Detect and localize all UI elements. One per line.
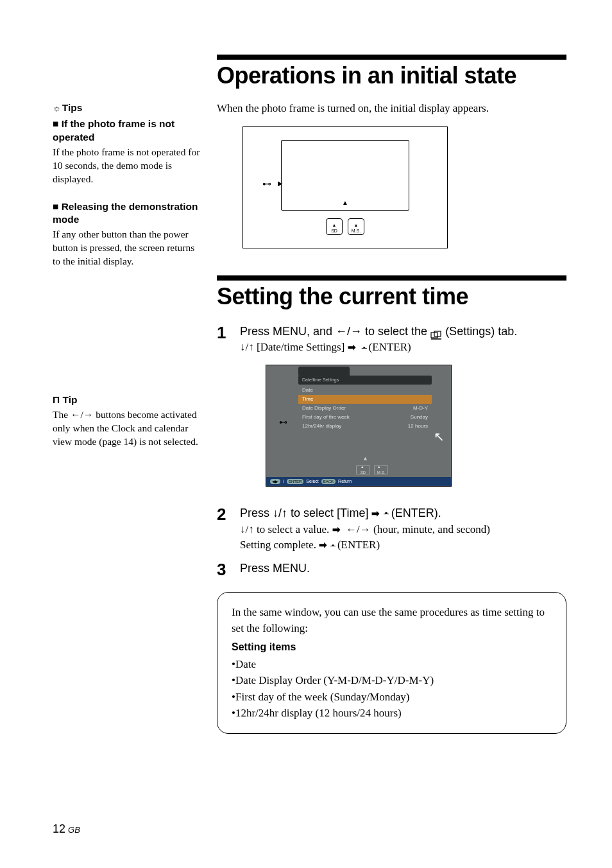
steps-list: 1 Press MENU, and ←/→ to select the (Set… [217,323,566,578]
down-up-arrow-icon: ↓/↑ [273,507,287,519]
t: [Date/time Settings] [254,341,348,353]
intro-text: When the photo frame is turned on, the i… [217,102,566,115]
sidebar-block2-title: Releasing the demonstration mode [53,201,198,225]
page-number-value: 12 [53,822,65,835]
tips-header: ☼Tips [53,101,200,115]
l: Date Display Order [302,404,346,412]
screenshot-row-12hr: 12hr/24hr display12 hours [298,422,432,431]
t: (ENTER) [335,539,380,551]
footer-select: Select [306,478,318,485]
photo-frame-illustration: ⊷ ▶ ▲ SD M.S. [242,126,448,248]
t: Press [240,507,273,519]
illustration-screen: ▲ [281,140,409,211]
info-box-intro: In the same window, you can use the same… [232,604,552,637]
screenshot-footer: ◀▶ / ENTER Select BACK Return [266,477,451,486]
l: Time [302,395,313,403]
step-1-sub: ↓/↑ [Date/time Settings] ➡ -•- (ENTER) [240,341,411,353]
enter-icon: -•- [383,508,387,518]
down-up-arrow-icon: ↓/↑ [240,523,254,535]
info-box-header: Setting items [232,639,552,655]
sidebar-block1-header: ■ If the photo frame is not operated [53,117,200,144]
lightbulb-icon: ☼ [53,103,61,113]
t: to select a value. [254,523,332,535]
sidebar: ☼Tips ■ If the photo frame is not operat… [53,101,200,449]
step-1: 1 Press MENU, and ←/→ to select the (Set… [217,323,566,498]
tip-label: Tip [62,394,77,405]
black-square-icon: ■ [53,201,62,212]
up-arrow-icon: ▲ [362,455,368,463]
sidebar-tip-section: П Tip The ←/→ buttons become activated o… [53,394,200,449]
t: (ENTER) [366,341,411,353]
sidebar-block2-header: ■ Releasing the demonstration mode [53,200,200,227]
step-2-line3: Setting complete. ➡ -•- (ENTER) [240,539,380,551]
step-number-3: 3 [217,560,240,578]
tips-label: Tips [62,102,83,113]
step-number-2: 2 [217,505,240,553]
cursor-icon: ↖ [434,428,445,446]
step-1-main: Press MENU, and ←/→ to select the (Setti… [240,325,517,338]
sidebar-block1-body: If the photo frame is not operated for 1… [53,146,200,186]
enter-icon: -•- [330,541,334,550]
heading-setting-time: Setting the current time [217,284,566,309]
ms-slot: ▲M.S. [374,465,388,474]
r: M-D-Y [413,404,428,412]
settings-icon [430,327,442,336]
t: to select [Time] [287,507,371,519]
info-item-2: •Date Display Order (Y-M-D/M-D-Y/D-M-Y) [232,672,552,689]
page-region: GB [68,825,80,835]
ms-slot: M.S. [348,218,364,235]
tab-head [298,367,350,376]
screenshot-title: Date/time Settings [298,376,432,385]
tip-body: The ←/→ buttons become activated only wh… [53,408,200,449]
t: Press MENU, and [240,325,336,338]
p-icon: П [53,394,62,405]
step-3-main: Press MENU. [240,562,310,575]
screenshot-row-order: Date Display OrderM-D-Y [298,404,432,413]
ms-label: M.S. [352,229,361,233]
screenshot-row-firstday: First day of the weekSunday [298,413,432,422]
sd-slot: ▲SD [356,465,370,474]
t: (hour, minute, and second) [371,523,490,535]
left-right-arrow-icon: ←/→ [71,409,93,420]
t: 12hr/24hr display (12 hours/24 hours) [235,707,402,719]
up-arrow-icon: ▲ [342,199,348,206]
tip-text-1: The [53,409,71,420]
l: Date [302,386,313,394]
right-arrow-icon: ➡ [371,508,380,519]
step-number-1: 1 [217,323,240,498]
nav-pill-icon: ◀▶ [270,479,280,485]
info-item-4: •12hr/24hr display (12 hours/24 hours) [232,705,552,722]
back-pill: BACK [321,479,336,485]
l: 12hr/24hr display [302,422,341,430]
step-2-body: Press ↓/↑ to select [Time] ➡ -•- (ENTER)… [240,505,566,553]
info-item-1: •Date [232,656,552,673]
right-arrow-icon: ➡ [348,342,356,352]
sd-label: SD [331,229,337,233]
t: (ENTER). [388,507,441,519]
step-3-body: Press MENU. [240,560,566,578]
down-up-arrow-icon: ↓/↑ [240,341,254,353]
t: Setting complete. [240,539,319,551]
step-1-body: Press MENU, and ←/→ to select the (Setti… [240,323,566,498]
left-right-arrow-icon: ←/→ [336,325,362,338]
t: Date [235,658,256,670]
info-box: In the same window, you can use the same… [217,592,566,734]
r: 12 hours [408,422,428,430]
sidebar-block1-title: If the photo frame is not operated [53,118,174,143]
screenshot-slots: ▲SD ▲M.S. [356,465,388,474]
enter-pill: ENTER [287,479,303,485]
t: First day of the week (Sunday/Monday) [235,691,409,703]
main-column: Operations in an initial state When the … [217,55,566,734]
t: to select the [362,325,430,338]
left-right-arrow-icon: ←/→ [346,523,371,535]
tip-header: П Tip [53,394,200,407]
l: First day of the week [302,413,350,421]
section-rule [217,275,566,281]
usb-icon: ⊷ [262,178,271,189]
footer-return: Return [338,478,352,485]
t: Date Display Order (Y-M-D/M-D-Y/D-M-Y) [235,674,434,686]
settings-screenshot: Date/time Settings Date Time Date Displa… [266,365,452,487]
step-2-main: Press ↓/↑ to select [Time] ➡ -•- (ENTER)… [240,507,441,519]
page-number: 12GB [53,822,80,836]
heading-operations: Operations in an initial state [217,64,566,88]
